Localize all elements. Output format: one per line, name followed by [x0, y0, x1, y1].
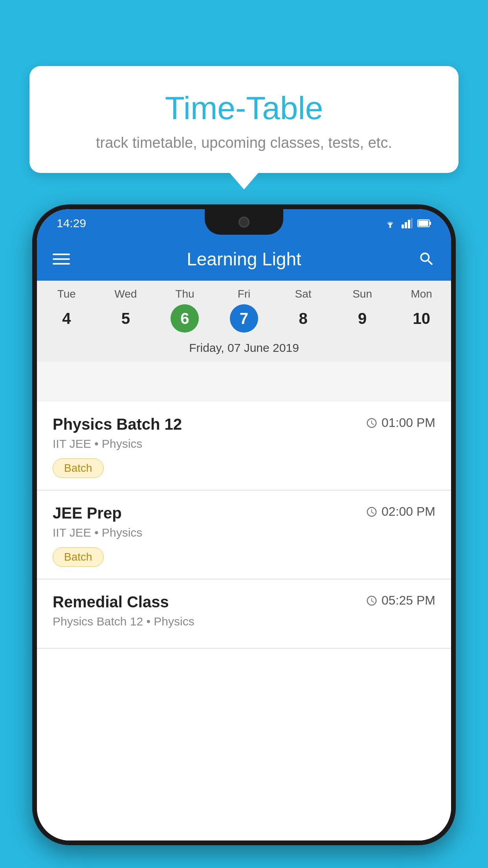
schedule-item[interactable]: Remedial Class05:25 PMPhysics Batch 12 •… [37, 579, 451, 649]
clock-icon [366, 506, 378, 518]
schedule-item-header: Physics Batch 1201:00 PM [53, 416, 435, 433]
signal-icon [402, 218, 413, 228]
schedule-item-title: Remedial Class [53, 593, 169, 611]
schedule-item[interactable]: Physics Batch 1201:00 PMIIT JEE • Physic… [37, 402, 451, 491]
day-column[interactable]: Sun9 [337, 288, 388, 333]
day-label: Tue [57, 288, 76, 300]
phone-notch [205, 209, 283, 235]
day-number: 5 [112, 304, 140, 333]
day-column[interactable]: Sat8 [278, 288, 329, 333]
selected-date-label: Friday, 07 June 2019 [37, 336, 451, 362]
day-number: 4 [52, 304, 81, 333]
schedule-item-meta: Physics Batch 12 • Physics [53, 615, 435, 628]
wifi-icon [383, 218, 397, 228]
app-title: Learning Light [70, 248, 418, 270]
time-text: 02:00 PM [382, 504, 435, 519]
day-label: Sat [295, 288, 312, 300]
schedule-item-time: 01:00 PM [366, 416, 435, 430]
day-column[interactable]: Fri7 [218, 288, 270, 333]
day-column[interactable]: Thu6 [159, 288, 210, 333]
day-column[interactable]: Wed5 [100, 288, 151, 333]
svg-point-0 [389, 226, 391, 228]
time-text: 01:00 PM [382, 416, 435, 430]
batch-badge: Batch [53, 458, 104, 478]
status-icons [383, 218, 431, 228]
schedule-item-time: 02:00 PM [366, 504, 435, 519]
day-number: 9 [348, 304, 376, 333]
tooltip-card: Time-Table track timetable, upcoming cla… [29, 66, 459, 173]
svg-rect-1 [402, 224, 404, 228]
day-column[interactable]: Mon10 [396, 288, 447, 333]
day-number: 7 [230, 304, 258, 333]
schedule-item-title: Physics Batch 12 [53, 416, 182, 433]
day-label: Sun [352, 288, 372, 300]
time-text: 05:25 PM [382, 593, 435, 608]
schedule-item-header: Remedial Class05:25 PM [53, 593, 435, 611]
app-header: Learning Light [37, 237, 451, 281]
status-time: 14:29 [57, 217, 86, 230]
tooltip-subtitle: track timetable, upcoming classes, tests… [49, 134, 439, 151]
svg-rect-6 [418, 221, 428, 226]
day-label: Mon [411, 288, 432, 300]
week-days-row: Tue4Wed5Thu6Fri7Sat8Sun9Mon10 [37, 281, 451, 336]
day-label: Thu [175, 288, 194, 300]
camera-dot [238, 217, 250, 228]
clock-icon [366, 595, 378, 607]
batch-badge: Batch [53, 547, 104, 567]
phone-inner: 14:29 [37, 209, 451, 840]
svg-rect-3 [408, 220, 410, 228]
schedule-list: Physics Batch 1201:00 PMIIT JEE • Physic… [37, 402, 451, 840]
day-label: Fri [238, 288, 251, 300]
day-column[interactable]: Tue4 [41, 288, 92, 333]
schedule-item[interactable]: JEE Prep02:00 PMIIT JEE • PhysicsBatch [37, 491, 451, 579]
day-label: Wed [114, 288, 137, 300]
search-icon[interactable] [418, 250, 435, 268]
svg-rect-2 [405, 222, 407, 228]
schedule-item-meta: IIT JEE • Physics [53, 526, 435, 539]
hamburger-menu-icon[interactable] [53, 254, 70, 265]
svg-rect-7 [430, 222, 431, 225]
schedule-item-header: JEE Prep02:00 PM [53, 504, 435, 522]
day-number: 6 [171, 304, 199, 333]
battery-icon [417, 219, 431, 228]
svg-rect-4 [411, 218, 413, 228]
calendar-section: Tue4Wed5Thu6Fri7Sat8Sun9Mon10 Friday, 07… [37, 281, 451, 362]
schedule-item-time: 05:25 PM [366, 593, 435, 608]
schedule-item-meta: IIT JEE • Physics [53, 437, 435, 451]
tooltip-title: Time-Table [49, 90, 439, 127]
day-number: 8 [289, 304, 317, 333]
day-number: 10 [407, 304, 436, 333]
clock-icon [366, 417, 378, 429]
schedule-item-title: JEE Prep [53, 504, 122, 522]
phone-mockup: 14:29 [32, 204, 456, 845]
